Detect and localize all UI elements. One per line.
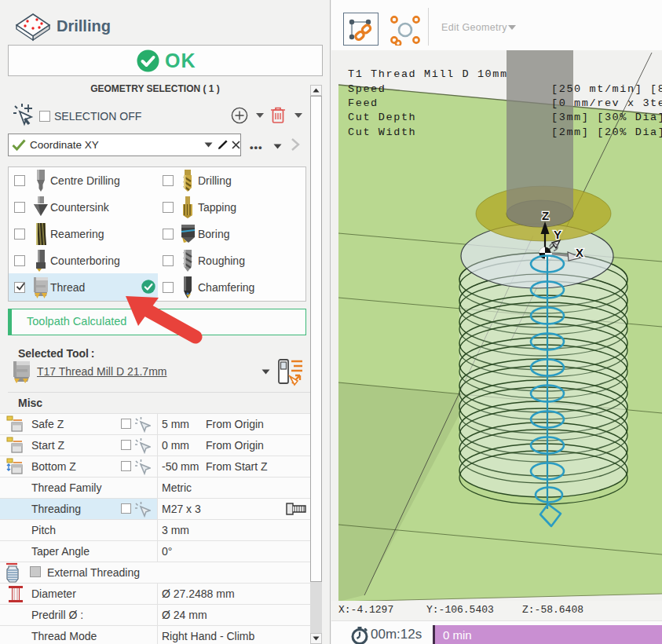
svg-text:X: X: [576, 246, 583, 259]
svg-text:Y: Y: [554, 228, 561, 241]
svg-text:Z: Z: [542, 209, 549, 222]
